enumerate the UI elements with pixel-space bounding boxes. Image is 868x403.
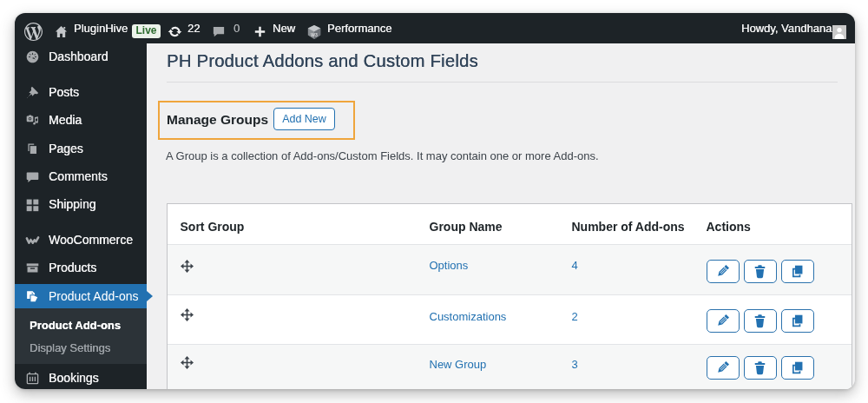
- svg-text:W3: W3: [311, 33, 318, 37]
